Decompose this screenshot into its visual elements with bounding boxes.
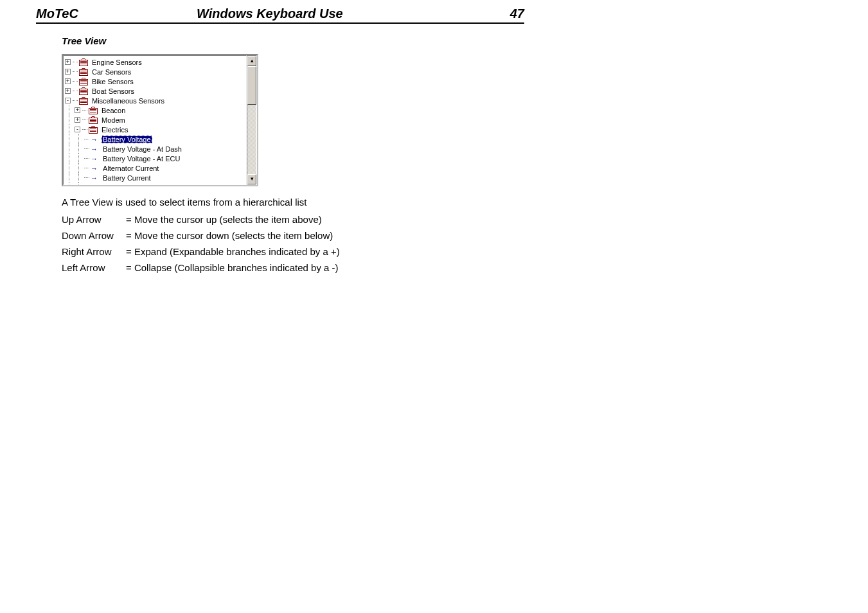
tree-connector [75,173,84,182]
tree-connector [65,144,75,154]
tree-connector [75,163,84,173]
key-name: Down Arrow [62,230,126,241]
tree-item-car-sensors[interactable]: + Car Sensors [65,67,246,76]
tree-connector [65,125,75,134]
scroll-down-button[interactable]: ▾ [247,174,256,184]
folder-icon [79,58,88,66]
key-row-up: Up Arrow = Move the cursor up (selects t… [62,214,524,225]
tree-connector [65,115,75,125]
tree-item-engine-sensors[interactable]: + Engine Sensors [65,57,246,67]
expand-icon[interactable]: + [75,107,80,113]
tree-connector [73,62,78,62]
key-row-right: Right Arrow = Expand (Expandable branche… [62,246,524,257]
key-table: Up Arrow = Move the cursor up (selects t… [62,214,524,273]
expand-icon[interactable]: + [75,117,80,123]
tree-item-label: Alternator Current [102,164,160,172]
tree-connector [65,105,75,115]
expand-icon[interactable]: + [65,88,71,94]
tree-connector [73,71,78,72]
page-header: MoTeC Windows Keyboard Use 47 [36,6,524,24]
tree-view[interactable]: + Engine Sensors + Car Sensors + Bike Se… [62,54,258,186]
expand-icon[interactable]: + [65,78,71,84]
tree-item-misc-sensors[interactable]: - Miscellaneous Sensors [65,96,246,105]
folder-icon [89,116,98,124]
arrow-right-icon: → [91,184,98,186]
tree-connector [84,148,89,149]
tree-connector [65,134,75,144]
key-name: Up Arrow [62,214,126,225]
tree-item-label: Battery Voltage [102,136,152,143]
scroll-thumb[interactable] [247,66,256,105]
tree-view-content[interactable]: + Engine Sensors + Car Sensors + Bike Se… [63,55,247,185]
folder-icon [89,126,98,134]
scroll-track[interactable] [247,66,256,174]
scrollbar-vertical[interactable]: ▴ ▾ [247,55,257,185]
tree-item-label: Bike Sensors [91,78,135,85]
tree-item-alternator-current[interactable]: → Alternator Current [65,163,246,173]
key-desc: = Move the cursor up (selects the item a… [126,214,524,225]
arrow-right-icon: → [91,164,98,172]
tree-item-boat-sensors[interactable]: + Boat Sensors [65,86,246,96]
arrow-right-icon: → [91,136,98,143]
tree-connector [82,110,87,111]
tree-connector [65,163,75,173]
tree-connector [73,81,78,82]
collapse-icon[interactable]: - [75,127,80,132]
tree-connector [84,158,89,159]
key-desc: = Collapse (Collapsible branches indicat… [126,262,524,273]
collapse-icon[interactable]: - [65,98,71,103]
tree-item-label: System Current [102,184,153,186]
tree-connector [75,144,84,154]
tree-connector [73,100,78,101]
tree-connector [75,154,84,163]
tree-item-label: Beacon [100,107,127,114]
tree-item-modem[interactable]: + Modem [65,115,246,125]
arrow-right-icon: → [91,145,98,153]
tree-connector [82,120,87,120]
tree-item-label: Modem [100,116,127,124]
tree-connector [82,129,87,130]
expand-icon[interactable]: + [65,59,71,65]
tree-item-label: Car Sensors [91,68,132,76]
key-desc: = Expand (Expandable branches indicated … [126,246,524,257]
tree-item-battery-voltage-dash[interactable]: → Battery Voltage - At Dash [65,144,246,154]
tree-connector [65,182,75,185]
scroll-up-button[interactable]: ▴ [247,56,256,66]
arrow-right-icon: → [91,155,98,163]
tree-item-electrics[interactable]: - Electrics [65,125,246,134]
folder-icon [79,78,88,85]
tree-item-battery-voltage-ecu[interactable]: → Battery Voltage - At ECU [65,154,246,163]
expand-icon[interactable]: + [65,69,71,75]
key-row-left: Left Arrow = Collapse (Collapsible branc… [62,262,524,273]
tree-item-bike-sensors[interactable]: + Bike Sensors [65,76,246,86]
folder-icon [89,107,98,114]
page-number: 47 [486,6,524,21]
tree-item-battery-current[interactable]: → Battery Current [65,173,246,182]
tree-connector [65,154,75,163]
tree-connector [65,173,75,182]
tree-item-label: Boat Sensors [91,87,136,95]
tree-connector [75,134,84,144]
tree-item-label: Battery Voltage - At Dash [102,145,183,153]
tree-item-label: Electrics [100,126,130,134]
folder-icon [79,87,88,95]
key-name: Right Arrow [62,246,126,257]
tree-connector [73,91,78,91]
folder-icon [79,68,88,76]
description-text: A Tree View is used to select items from… [62,197,524,208]
tree-item-label: Battery Current [102,174,152,182]
brand: MoTeC [36,6,197,21]
tree-connector [84,177,89,178]
key-row-down: Down Arrow = Move the cursor down (selec… [62,230,524,241]
section-heading: Tree View [62,35,524,46]
tree-item-battery-voltage[interactable]: → Battery Voltage [65,134,246,144]
tree-connector [75,182,84,185]
tree-connector [84,168,89,168]
tree-item-label: Battery Voltage - At ECU [102,155,181,163]
tree-item-system-current[interactable]: → System Current [65,182,246,185]
tree-item-beacon[interactable]: + Beacon [65,105,246,115]
key-desc: = Move the cursor down (selects the item… [126,230,524,241]
arrow-right-icon: → [91,174,98,182]
page-title: Windows Keyboard Use [197,6,486,21]
tree-item-label: Miscellaneous Sensors [91,97,166,105]
